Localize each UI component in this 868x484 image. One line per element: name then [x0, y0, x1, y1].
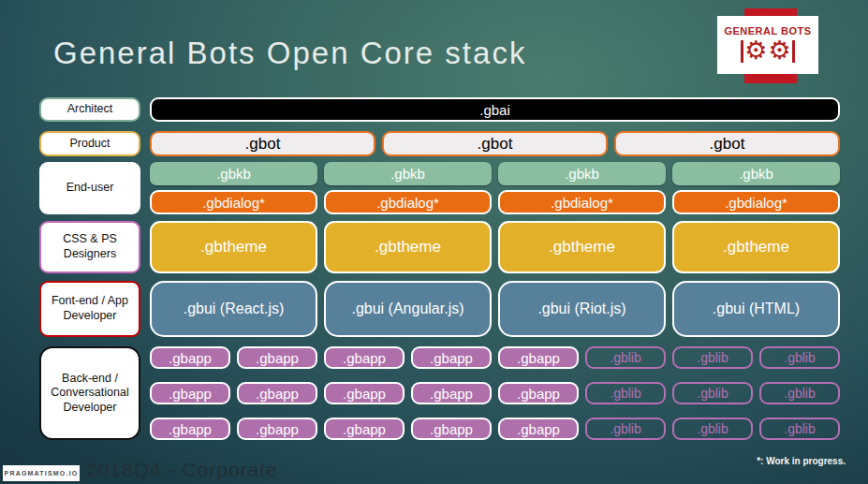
- label-backend: Back-end / Conversational Developer: [39, 346, 140, 440]
- label-end-user: End-user: [39, 162, 140, 214]
- gbapp-box: .gbapp: [150, 382, 230, 404]
- gbapp-box: .gbapp: [324, 418, 405, 440]
- gbui-row: .gbui (React.js).gbui (Angular.js).gbui …: [150, 281, 840, 337]
- gbdialog-row: .gbdialog*.gbdialog*.gbdialog*.gbdialog*: [150, 190, 840, 214]
- gbapp-box: .gbapp: [498, 346, 579, 369]
- gear-bar-right: [792, 40, 795, 63]
- label-product: Product: [39, 131, 140, 156]
- gbkb-box: .gbkb: [498, 162, 666, 185]
- gbapp-box: .gbapp: [237, 382, 317, 404]
- gbapp-box: .gbapp: [237, 418, 317, 440]
- row-frontend: Font-end / App Developer .gbui (React.js…: [39, 281, 840, 337]
- gbapp-box: .gbapp: [237, 346, 317, 369]
- gbapp-box: .gbapp: [498, 382, 579, 404]
- logo-brand-text: GENERAL BOTS: [724, 25, 811, 37]
- row-product: Product .gbot.gbot.gbot: [39, 131, 840, 156]
- row-designers: CSS & PS Designers .gbtheme.gbtheme.gbth…: [39, 221, 840, 273]
- gblib-box: .gblib: [672, 382, 753, 404]
- gbapp-box: .gbapp: [150, 346, 230, 369]
- gbtheme-box: .gbtheme: [324, 221, 492, 273]
- label-frontend: Font-end / App Developer: [39, 281, 140, 337]
- gbapp-box: .gbapp: [498, 418, 579, 440]
- gbui-box: .gbui (Riot.js): [498, 281, 666, 337]
- gbapp-box: .gbapp: [324, 382, 405, 404]
- gbkb-box: .gbkb: [150, 162, 317, 185]
- gbkb-row: .gbkb.gbkb.gbkb.gbkb: [150, 162, 840, 185]
- gbai-box: .gbai: [150, 97, 840, 122]
- gbkb-box: .gbkb: [672, 162, 840, 185]
- gblib-box: .gblib: [672, 346, 753, 369]
- label-designers: CSS & PS Designers: [39, 221, 140, 273]
- gblib-box: .gblib: [759, 382, 840, 404]
- gbot-box: .gbot: [150, 131, 375, 156]
- gbtheme-box: .gbtheme: [672, 221, 840, 273]
- work-in-progress-note: *: Work in progress.: [757, 456, 846, 466]
- row-backend: Back-end / Conversational Developer .gba…: [39, 346, 840, 440]
- gbdialog-box: .gbdialog*: [150, 190, 317, 214]
- row-end-user: End-user .gbkb.gbkb.gbkb.gbkb .gbdialog*…: [39, 162, 840, 214]
- gbot-box: .gbot: [614, 131, 840, 156]
- backend-content: .gbapp.gbapp.gbapp.gbapp.gbapp.gbapp.gba…: [150, 346, 840, 440]
- gbapp-box: .gbapp: [411, 418, 492, 440]
- gbapp-grid: .gbapp.gbapp.gbapp.gbapp.gbapp.gbapp.gba…: [150, 346, 579, 440]
- pragmatismo-logo: PRAGMATISMO.IO: [3, 465, 80, 481]
- end-user-content: .gbkb.gbkb.gbkb.gbkb .gbdialog*.gbdialog…: [150, 162, 840, 214]
- general-bots-logo: GENERAL BOTS ⚙ ⚙: [717, 16, 818, 74]
- stack-diagram: Architect .gbai Product .gbot.gbot.gbot …: [39, 97, 840, 440]
- gbui-box: .gbui (HTML): [672, 281, 840, 337]
- page-title: General Bots Open Core stack: [53, 36, 526, 71]
- gbapp-box: .gbapp: [411, 346, 492, 369]
- gbtheme-box: .gbtheme: [498, 221, 666, 273]
- gear-icon: ⚙: [769, 38, 791, 64]
- gbdialog-box: .gbdialog*: [498, 190, 666, 214]
- gear-bar-left: [741, 40, 743, 63]
- gbai-row: .gbai: [150, 97, 840, 122]
- gbkb-box: .gbkb: [324, 162, 492, 185]
- gblib-grid: .gblib.gblib.gblib.gblib.gblib.gblib.gbl…: [585, 346, 840, 440]
- gear-icon: ⚙: [744, 38, 767, 64]
- gbot-row: .gbot.gbot.gbot: [150, 131, 840, 156]
- gbui-box: .gbui (Angular.js): [324, 281, 492, 337]
- gbapp-box: .gbapp: [150, 418, 230, 440]
- gears-icon: ⚙ ⚙: [741, 37, 794, 66]
- gbdialog-box: .gbdialog*: [324, 190, 492, 214]
- gbapp-box: .gbapp: [324, 346, 405, 369]
- gbtheme-box: .gbtheme: [150, 221, 317, 273]
- gbdialog-box: .gbdialog*: [672, 190, 840, 214]
- gblib-box: .gblib: [672, 418, 753, 440]
- row-architect: Architect .gbai: [39, 97, 840, 122]
- gblib-box: .gblib: [759, 418, 840, 440]
- gbtheme-row: .gbtheme.gbtheme.gbtheme.gbtheme: [150, 221, 840, 273]
- footer-caption: 2018Q4 - Corporate: [86, 459, 278, 481]
- gblib-box: .gblib: [585, 418, 666, 440]
- gblib-box: .gblib: [585, 346, 666, 369]
- gblib-box: .gblib: [585, 382, 666, 404]
- label-architect: Architect: [39, 97, 140, 122]
- gbui-box: .gbui (React.js): [150, 281, 317, 337]
- gbapp-box: .gbapp: [411, 382, 492, 404]
- gbot-box: .gbot: [382, 131, 608, 156]
- gblib-box: .gblib: [759, 346, 840, 369]
